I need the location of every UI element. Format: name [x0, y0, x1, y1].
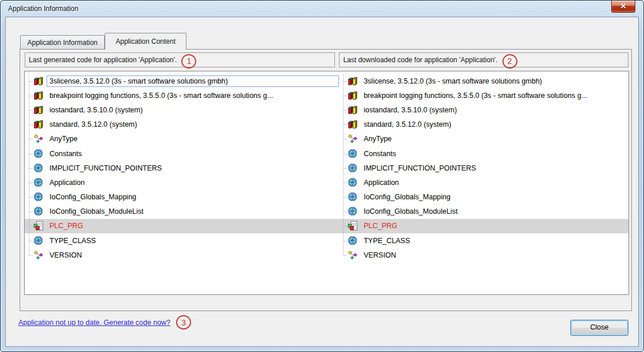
type-icon: [33, 250, 44, 260]
generated-code-header: Last generated code for application 'App…: [25, 52, 335, 67]
tree-connector: [27, 132, 33, 146]
tree-connector: [27, 175, 33, 190]
tree-connector: [341, 233, 347, 248]
globe-icon: [33, 149, 44, 159]
tree-item[interactable]: breakpoint logging functions, 3.5.5.0 (3…: [339, 88, 628, 103]
tree-item[interactable]: PLC_PRG: [25, 219, 339, 233]
tree-connector: [27, 88, 33, 103]
tree-item[interactable]: VERSION: [339, 248, 628, 262]
globe-icon: [348, 206, 358, 217]
tree-connector: [341, 132, 347, 146]
generate-code-link[interactable]: Application not up to date. Generate cod…: [18, 319, 170, 327]
tree-item[interactable]: breakpoint logging functions, 3.5.5.0 (3…: [25, 88, 339, 103]
tree-connector: [341, 118, 347, 132]
footer-left: Application not up to date. Generate cod…: [18, 315, 191, 330]
tree-connector: [27, 118, 33, 132]
tree-item[interactable]: Constants: [25, 146, 339, 161]
tree-item-label: AnyType: [47, 133, 81, 145]
tree-item-label: VERSION: [47, 249, 85, 261]
tree-item[interactable]: iostandard, 3.5.10.0 (system): [339, 103, 628, 117]
globe-icon: [348, 192, 358, 202]
tree-item[interactable]: IMPLICIT_FUNCTION_POINTERS: [339, 161, 628, 175]
tree-item-label: IoConfig_Globals_Mapping: [47, 191, 139, 203]
globe-icon: [348, 149, 358, 159]
tree-item-label: TYPE_CLASS: [47, 235, 99, 247]
tree-item[interactable]: 3slicense, 3.5.12.0 (3s - smart software…: [25, 74, 339, 88]
tree-item-label: Application: [47, 177, 87, 188]
globe-icon: [33, 206, 44, 217]
globe-icon: [348, 163, 358, 173]
tree-item-label: Constants: [47, 148, 85, 160]
tree-item-label: iostandard, 3.5.10.0 (system): [47, 104, 146, 116]
tree-item-label: IoConfig_Globals_Mapping: [361, 191, 454, 203]
tree-connector: [27, 74, 33, 88]
tree-item[interactable]: TYPE_CLASS: [339, 233, 628, 248]
dialog-client-area: Application Information Application Cont…: [5, 17, 639, 347]
tree-item[interactable]: standard, 3.5.12.0 (system): [339, 118, 628, 132]
tree-item-label: IMPLICIT_FUNCTION_POINTERS: [361, 162, 479, 174]
tree-item[interactable]: VERSION: [25, 248, 339, 262]
tree-item-label: AnyType: [361, 133, 395, 145]
globe-icon: [348, 177, 358, 188]
tree-connector: [341, 175, 347, 190]
tree-item[interactable]: IoConfig_Globals_ModuleList: [339, 205, 628, 219]
tree-item[interactable]: PLC_PRG: [339, 219, 628, 233]
globe-icon: [33, 163, 44, 173]
tree-item[interactable]: IoConfig_Globals_Mapping: [339, 190, 628, 205]
tree-item-label: PLC_PRG: [47, 220, 86, 232]
library-icon: [348, 90, 358, 101]
library-icon: [33, 119, 44, 130]
tree-item[interactable]: AnyType: [339, 132, 628, 146]
type-icon: [348, 250, 358, 260]
library-icon: [33, 105, 44, 115]
tree-item[interactable]: IoConfig_Globals_ModuleList: [25, 205, 339, 219]
close-button[interactable]: Close: [570, 320, 628, 336]
application-information-dialog: Application Information ✕ Application In…: [0, 0, 644, 352]
tree-item[interactable]: TYPE_CLASS: [25, 233, 339, 248]
generated-code-tree: 3slicense, 3.5.12.0 (3s - smart software…: [25, 71, 339, 294]
downloaded-code-tree: 3slicense, 3.5.12.0 (3s - smart software…: [339, 71, 628, 294]
tree-item[interactable]: Application: [339, 175, 628, 190]
tree-connector: [341, 190, 347, 205]
tree-connector: [27, 219, 33, 233]
tree-item-label: Application: [361, 177, 402, 188]
tree-connector: [341, 205, 347, 219]
globe-icon: [33, 192, 44, 202]
tree-connector: [341, 248, 347, 262]
tree-item-label: breakpoint logging functions, 3.5.5.0 (3…: [47, 90, 276, 101]
globe-icon: [33, 177, 44, 188]
tree-item[interactable]: Constants: [339, 146, 628, 161]
tree-item-label: standard, 3.5.12.0 (system): [361, 119, 454, 130]
tree-item-label: VERSION: [361, 249, 399, 261]
tree-item-label: standard, 3.5.12.0 (system): [47, 119, 140, 130]
tree-connector: [27, 233, 33, 248]
tab-application-content[interactable]: Application Content: [105, 33, 186, 50]
close-icon[interactable]: ✕: [611, 1, 635, 13]
library-icon: [348, 119, 358, 130]
tree-item-label: Constants: [361, 148, 399, 160]
pou-icon: [33, 221, 44, 231]
tree-connector: [341, 74, 347, 88]
tree-item[interactable]: IMPLICIT_FUNCTION_POINTERS: [25, 161, 339, 175]
window-title: Application Information: [8, 5, 78, 13]
tree-item[interactable]: IoConfig_Globals_Mapping: [25, 190, 339, 205]
tree-connector: [27, 103, 33, 117]
downloaded-code-header-label: Last downloaded code for application 'Ap…: [343, 56, 497, 64]
downloaded-code-header: Last downloaded code for application 'Ap…: [339, 52, 628, 67]
globe-icon: [348, 236, 358, 246]
tree-connector: [341, 161, 347, 175]
generated-code-header-label: Last generated code for application 'App…: [29, 56, 177, 64]
tab-application-information[interactable]: Application Information: [20, 35, 105, 50]
tree-connector: [341, 88, 347, 103]
tree-connector: [27, 146, 33, 161]
tree-connector: [27, 190, 33, 205]
library-icon: [348, 105, 358, 115]
tree-item[interactable]: standard, 3.5.12.0 (system): [25, 118, 339, 132]
tree-item-label: breakpoint logging functions, 3.5.5.0 (3…: [361, 90, 590, 101]
tree-item-label: 3slicense, 3.5.12.0 (3s - smart software…: [361, 75, 545, 87]
tree-item[interactable]: Application: [25, 175, 339, 190]
tree-item[interactable]: iostandard, 3.5.10.0 (system): [25, 103, 339, 117]
globe-icon: [33, 236, 44, 246]
tree-item[interactable]: 3slicense, 3.5.12.0 (3s - smart software…: [339, 74, 628, 88]
tree-item[interactable]: AnyType: [25, 132, 339, 146]
